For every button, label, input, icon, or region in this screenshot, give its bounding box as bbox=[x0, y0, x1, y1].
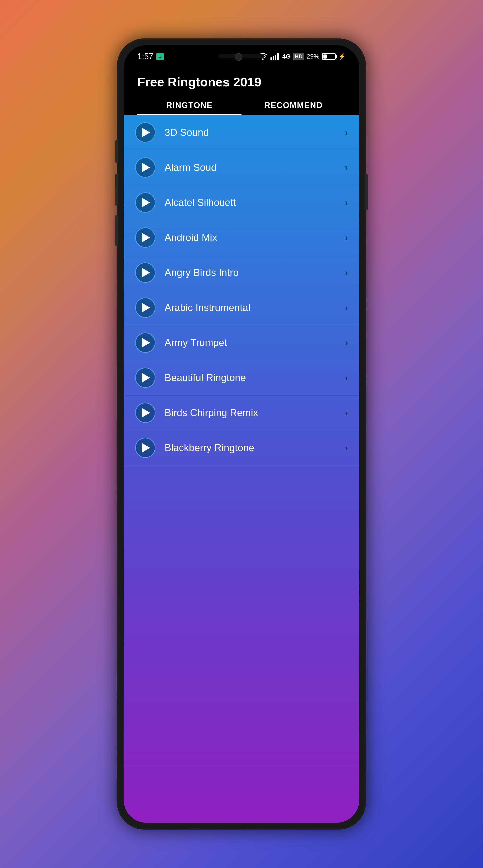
chevron-icon: › bbox=[345, 443, 348, 453]
app-title: Free Ringtones 2019 bbox=[137, 74, 346, 89]
silent-button[interactable] bbox=[115, 215, 118, 246]
ringtone-title: Birds Chirping Remix bbox=[165, 407, 345, 418]
volume-down-button[interactable] bbox=[115, 174, 118, 206]
ringtone-title: Arabic Instrumental bbox=[165, 302, 345, 313]
ringtone-title: Blackberry Ringtone bbox=[165, 442, 345, 454]
play-button[interactable] bbox=[135, 403, 155, 423]
list-item[interactable]: 3D Sound › bbox=[124, 115, 359, 150]
list-item[interactable]: Beautiful Ringtone › bbox=[124, 360, 359, 395]
play-icon bbox=[142, 128, 150, 137]
phone-screen: 1:57 ψ 4G bbox=[124, 45, 359, 823]
chevron-icon: › bbox=[345, 303, 348, 313]
status-bar: 1:57 ψ 4G bbox=[124, 45, 359, 68]
status-icons: 4G HD 29% ⚡ bbox=[258, 53, 346, 60]
status-time: 1:57 bbox=[137, 52, 153, 61]
ringtone-list: 3D Sound › Alarm Soud › Alcatel Silhouet… bbox=[124, 115, 359, 823]
play-button[interactable] bbox=[135, 192, 155, 213]
chevron-icon: › bbox=[345, 232, 348, 243]
list-item[interactable]: Birds Chirping Remix › bbox=[124, 395, 359, 430]
svg-rect-1 bbox=[271, 57, 272, 60]
battery-icon bbox=[322, 53, 336, 60]
chevron-icon: › bbox=[345, 162, 348, 173]
list-item[interactable]: Android Mix › bbox=[124, 220, 359, 255]
signal-icon bbox=[270, 53, 280, 60]
svg-rect-2 bbox=[273, 56, 274, 60]
hd-label: HD bbox=[293, 53, 304, 60]
play-button[interactable] bbox=[135, 333, 155, 353]
ringtone-title: 3D Sound bbox=[165, 127, 345, 138]
tab-ringtone[interactable]: RINGTONE bbox=[137, 96, 242, 115]
play-icon bbox=[142, 303, 150, 312]
play-icon bbox=[142, 443, 150, 452]
play-button[interactable] bbox=[135, 227, 155, 248]
volume-up-button[interactable] bbox=[115, 140, 118, 163]
play-icon bbox=[142, 163, 150, 172]
list-item[interactable]: Alarm Soud › bbox=[124, 150, 359, 185]
phone-frame: 1:57 ψ 4G bbox=[117, 38, 366, 830]
chevron-icon: › bbox=[345, 197, 348, 208]
wifi-icon bbox=[258, 53, 267, 60]
chevron-icon: › bbox=[345, 408, 348, 418]
list-item[interactable]: Army Trumpet › bbox=[124, 325, 359, 360]
play-icon bbox=[142, 338, 150, 347]
ringtone-title: Army Trumpet bbox=[165, 337, 345, 348]
play-icon bbox=[142, 373, 150, 382]
play-icon bbox=[142, 198, 150, 207]
svg-point-0 bbox=[262, 59, 263, 60]
ringtone-title: Android Mix bbox=[165, 232, 345, 243]
chevron-icon: › bbox=[345, 373, 348, 383]
4g-label: 4G bbox=[282, 53, 291, 60]
play-icon bbox=[142, 408, 150, 417]
tab-bar: RINGTONE RECOMMEND bbox=[137, 96, 346, 115]
list-item[interactable]: Angry Birds Intro › bbox=[124, 255, 359, 290]
list-item[interactable]: Alcatel Silhouett › bbox=[124, 185, 359, 220]
ringtone-title: Angry Birds Intro bbox=[165, 267, 345, 278]
list-item[interactable]: Blackberry Ringtone › bbox=[124, 430, 359, 465]
chevron-icon: › bbox=[345, 338, 348, 348]
battery-percent: 29% bbox=[307, 53, 319, 60]
play-button[interactable] bbox=[135, 298, 155, 318]
play-button[interactable] bbox=[135, 438, 155, 458]
svg-rect-4 bbox=[277, 53, 279, 60]
charging-icon: ⚡ bbox=[338, 53, 346, 60]
ringtone-title: Alcatel Silhouett bbox=[165, 197, 345, 208]
ringtone-title: Alarm Soud bbox=[165, 162, 345, 173]
svg-rect-3 bbox=[275, 55, 276, 60]
app-header: Free Ringtones 2019 RINGTONE RECOMMEND bbox=[124, 68, 359, 115]
tab-recommend[interactable]: RECOMMEND bbox=[242, 96, 346, 115]
usb-icon: ψ bbox=[157, 53, 164, 60]
ringtone-title: Beautiful Ringtone bbox=[165, 372, 345, 383]
power-button[interactable] bbox=[365, 174, 368, 210]
play-icon bbox=[142, 268, 150, 277]
list-item[interactable]: Arabic Instrumental › bbox=[124, 290, 359, 325]
play-button[interactable] bbox=[135, 157, 155, 178]
play-button[interactable] bbox=[135, 368, 155, 388]
play-icon bbox=[142, 233, 150, 242]
chevron-icon: › bbox=[345, 127, 348, 138]
play-button[interactable] bbox=[135, 262, 155, 283]
play-button[interactable] bbox=[135, 122, 155, 143]
chevron-icon: › bbox=[345, 268, 348, 278]
